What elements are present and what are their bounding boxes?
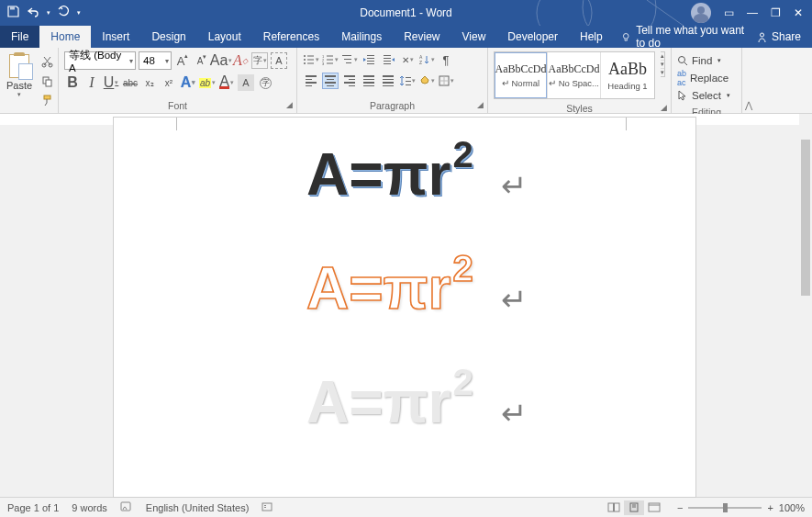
format-painter-button[interactable] — [39, 92, 55, 108]
language-indicator[interactable]: English (United States) — [146, 502, 250, 513]
tab-home[interactable]: Home — [39, 26, 91, 48]
bullets-button[interactable] — [303, 51, 319, 68]
text-effects-button[interactable]: A — [180, 74, 196, 91]
document-area: A=πr2 ↵ A=πr2 ↵ A=πr2 ↵ — [0, 114, 812, 497]
zoom-in-button[interactable]: + — [767, 502, 773, 513]
undo-icon[interactable] — [27, 6, 39, 20]
clear-formatting-button[interactable]: A◇ — [232, 52, 249, 69]
undo-dropdown-icon[interactable]: ▾ — [47, 9, 50, 17]
multilevel-list-button[interactable] — [341, 51, 358, 68]
numbering-button[interactable]: 123 — [322, 51, 339, 68]
scrollbar-thumb[interactable] — [801, 140, 810, 296]
spell-check-icon[interactable] — [120, 501, 133, 514]
zoom-out-button[interactable]: − — [677, 502, 683, 513]
sort-button[interactable]: AZ — [418, 51, 435, 68]
subscript-button[interactable]: x₂ — [141, 74, 158, 91]
svg-rect-43 — [121, 502, 130, 511]
line-spacing-button[interactable] — [399, 73, 416, 89]
font-color-button[interactable]: A — [218, 74, 235, 91]
style-no-spacing[interactable]: AaBbCcDd ↵ No Spac... — [548, 52, 601, 98]
share-button[interactable]: Share — [745, 26, 812, 48]
tab-mailings[interactable]: Mailings — [330, 26, 393, 48]
styles-launcher[interactable]: ◢ — [661, 103, 667, 112]
tab-view[interactable]: View — [451, 26, 497, 48]
macro-record-icon[interactable] — [261, 501, 273, 514]
strikethrough-button[interactable]: abc — [122, 74, 139, 91]
save-icon[interactable] — [7, 6, 19, 20]
highlight-button[interactable]: ab — [199, 74, 216, 91]
styles-gallery: AaBbCcDd ↵ Normal AaBbCcDd ↵ No Spac... … — [494, 51, 655, 99]
tab-file[interactable]: File — [0, 26, 39, 48]
bold-button[interactable]: B — [64, 74, 81, 91]
svg-rect-27 — [367, 61, 374, 62]
word-count[interactable]: 9 words — [72, 502, 107, 513]
select-button[interactable]: Select▾ — [677, 87, 730, 103]
zoom-level[interactable]: 100% — [779, 502, 805, 513]
show-marks-button[interactable]: ¶ — [438, 51, 454, 68]
formula-line-2[interactable]: A=πr2 — [306, 259, 473, 318]
style-normal[interactable]: AaBbCcDd ↵ Normal — [495, 52, 548, 98]
tab-design[interactable]: Design — [140, 26, 196, 48]
grow-font-button[interactable]: A▴ — [174, 52, 191, 69]
ribbon-display-options-icon[interactable]: ▭ — [724, 6, 734, 19]
tab-insert[interactable]: Insert — [91, 26, 140, 48]
paste-button[interactable]: Paste ▾ — [6, 51, 33, 99]
align-center-button[interactable] — [322, 73, 339, 89]
styles-scroll-up[interactable]: ▴ — [661, 52, 664, 61]
replace-button[interactable]: abac Replace — [677, 70, 730, 85]
borders-button[interactable] — [438, 73, 454, 89]
formula-line-1[interactable]: A=πr2 — [306, 145, 473, 204]
shrink-font-button[interactable]: A▾ — [194, 52, 210, 69]
italic-button[interactable]: I — [83, 74, 100, 91]
tab-developer[interactable]: Developer — [496, 26, 569, 48]
qat-customize-icon[interactable]: ▾ — [77, 9, 81, 17]
account-avatar[interactable] — [691, 3, 711, 23]
ruler-vertical[interactable] — [0, 125, 114, 497]
align-left-button[interactable] — [303, 73, 319, 89]
document-content[interactable]: A=πr2 ↵ A=πr2 ↵ A=πr2 ↵ — [306, 145, 527, 446]
print-layout-button[interactable] — [624, 500, 644, 515]
change-case-button[interactable]: Aa — [213, 52, 229, 69]
collapse-ribbon-button[interactable]: ⋀ — [741, 48, 754, 113]
zoom-slider-knob[interactable] — [723, 503, 728, 512]
font-name-combo[interactable]: 等线 (Body A▾ — [64, 51, 136, 70]
read-mode-button[interactable] — [604, 500, 624, 515]
minimize-button[interactable]: — — [747, 6, 758, 19]
character-border-button[interactable]: A — [271, 52, 287, 69]
font-launcher[interactable]: ◢ — [286, 100, 293, 109]
phonetic-guide-button[interactable]: 字 — [251, 52, 268, 69]
page[interactable]: A=πr2 ↵ A=πr2 ↵ A=πr2 ↵ — [114, 118, 695, 497]
close-button[interactable]: ✕ — [794, 6, 803, 19]
tell-me-search[interactable]: Tell me what you want to do — [621, 26, 745, 48]
maximize-button[interactable]: ❐ — [771, 6, 781, 19]
shading-button[interactable] — [418, 73, 435, 89]
zoom-slider[interactable] — [688, 507, 762, 509]
justify-button[interactable] — [361, 73, 377, 89]
tab-references[interactable]: References — [252, 26, 330, 48]
find-button[interactable]: Find▾ — [677, 52, 730, 68]
page-indicator[interactable]: Page 1 of 1 — [7, 502, 59, 513]
vertical-scrollbar[interactable] — [799, 114, 812, 497]
character-shading-button[interactable]: A — [238, 74, 254, 91]
align-right-button[interactable] — [341, 73, 358, 89]
cut-button[interactable] — [39, 53, 55, 70]
superscript-button[interactable]: x² — [161, 74, 177, 91]
tab-review[interactable]: Review — [393, 26, 450, 48]
tab-layout[interactable]: Layout — [197, 26, 252, 48]
paragraph-launcher[interactable]: ◢ — [477, 100, 484, 109]
asian-layout-button[interactable]: ✕ — [399, 51, 416, 68]
tab-help[interactable]: Help — [569, 26, 614, 48]
copy-button[interactable] — [39, 73, 55, 89]
enclose-characters-button[interactable]: 字 — [257, 74, 273, 91]
styles-expand[interactable]: ▾ — [661, 69, 664, 76]
redo-icon[interactable] — [58, 6, 70, 20]
distributed-button[interactable] — [380, 73, 396, 89]
decrease-indent-button[interactable] — [361, 51, 377, 68]
formula-line-3[interactable]: A=πr2 — [306, 373, 473, 432]
increase-indent-button[interactable] — [380, 51, 396, 68]
style-heading-1[interactable]: AaBb Heading 1 — [601, 52, 654, 98]
web-layout-button[interactable] — [644, 500, 664, 515]
font-size-combo[interactable]: 48▾ — [139, 51, 172, 70]
styles-scroll-down[interactable]: ▾ — [661, 61, 664, 69]
underline-button[interactable]: U — [103, 74, 119, 91]
